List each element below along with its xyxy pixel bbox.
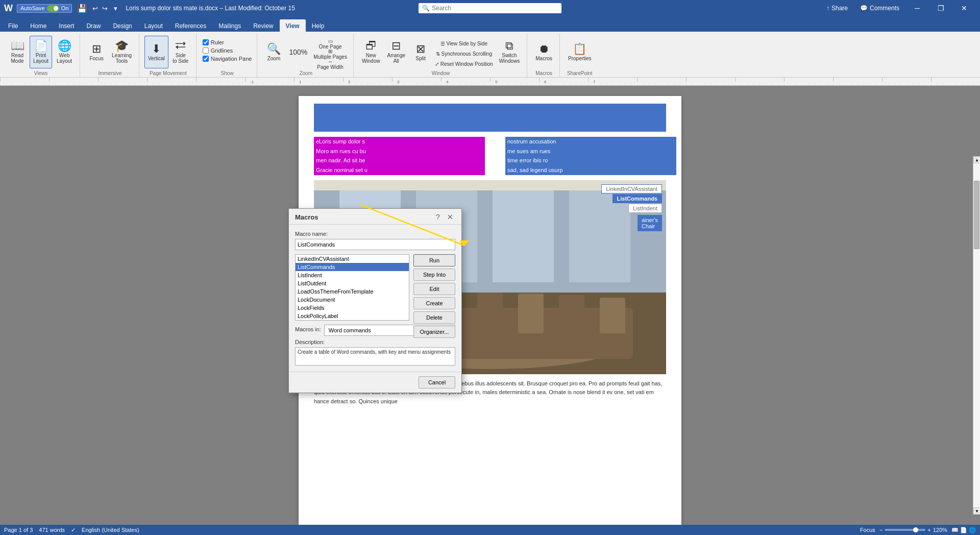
learning-tools-button[interactable]: 🎓 LearningTools (109, 36, 135, 68)
scroll-down-arrow[interactable]: ▼ (973, 507, 980, 515)
macro-name-label: Macro name: (295, 231, 455, 237)
list-item[interactable]: LockPolicyLabel (296, 312, 409, 320)
redo-icon[interactable]: ↪ (102, 5, 108, 12)
navigation-pane-checkbox[interactable]: Navigation Pane (202, 55, 253, 62)
switch-windows-button[interactable]: ⧉ SwitchWindows (496, 36, 523, 68)
step-into-button[interactable]: Step Into (413, 269, 455, 281)
words-status: 471 words (39, 527, 65, 533)
autosave-toggle[interactable] (47, 5, 59, 12)
search-input[interactable] (432, 5, 544, 12)
list-item[interactable]: ListIndent (296, 271, 409, 279)
synchronous-scrolling-button[interactable]: ⇅ Synchronous Scrolling (433, 49, 495, 58)
zoom-in-icon[interactable]: + (927, 527, 930, 533)
zoom-slider[interactable] (885, 529, 925, 531)
tab-mailings[interactable]: Mailings (212, 19, 247, 32)
macro-list[interactable]: LinkedInCVAssistant ListCommands ListInd… (295, 254, 409, 321)
autosave-state: On (61, 5, 69, 11)
tab-insert[interactable]: Insert (53, 19, 80, 32)
list-item-selected[interactable]: ListCommands (296, 263, 409, 271)
close-button[interactable]: ✕ (952, 0, 976, 16)
list-item[interactable]: LoadOssThemeFromTemplate (296, 287, 409, 296)
doc-right-line3: time error ibis ro (505, 156, 676, 165)
view-web-icon[interactable]: 🌐 (969, 527, 976, 533)
immersive-buttons: ⊞ Focus 🎓 LearningTools (85, 35, 135, 69)
tab-layout[interactable]: Layout (138, 19, 169, 32)
view-print-icon[interactable]: 📄 (960, 527, 967, 533)
vertical-scrollbar[interactable]: ▲ ▼ (973, 156, 980, 515)
macro-name-input[interactable] (295, 239, 455, 250)
dialog-titlebar: Macros ? ✕ (289, 209, 461, 225)
gridlines-check[interactable] (203, 47, 209, 54)
zoom-button[interactable]: 🔍 Zoom (262, 36, 285, 68)
organizer-button[interactable]: Organizer... (413, 326, 455, 338)
list-item[interactable]: ListOutdent (296, 279, 409, 287)
tab-view[interactable]: View (280, 19, 306, 32)
tab-draw[interactable]: Draw (80, 19, 107, 32)
tab-file[interactable]: File (2, 19, 24, 32)
read-mode-button[interactable]: 📖 ReadMode (6, 36, 29, 68)
properties-icon: 📋 (573, 43, 586, 55)
zoom-level[interactable]: 120% (933, 527, 947, 533)
ribbon-group-sharepoint: 📋 Properties SharePoint (561, 34, 599, 77)
minimize-button[interactable]: ─ (905, 0, 929, 16)
print-layout-button[interactable]: 📄 PrintLayout (30, 36, 52, 68)
scroll-thumb[interactable] (974, 181, 979, 250)
ruler-checkbox[interactable]: Ruler (202, 39, 253, 46)
autosave-label: AutoSave (20, 5, 45, 11)
one-page-button[interactable]: ▭ One Page (311, 39, 349, 48)
svg-rect-22 (559, 295, 584, 333)
list-item[interactable]: LinkedInCVAssistant (296, 255, 409, 263)
split-button[interactable]: ⊠ Split (409, 36, 432, 68)
tab-references[interactable]: References (169, 19, 212, 32)
cancel-button[interactable]: Cancel (419, 376, 455, 388)
run-button[interactable]: Run (413, 254, 455, 266)
share-button[interactable]: ↑ Share (820, 0, 854, 16)
new-window-button[interactable]: 🗗 NewWindow (359, 36, 383, 68)
view-side-by-side-button[interactable]: ☰ View Side by Side (433, 39, 495, 48)
tab-home[interactable]: Home (24, 19, 53, 32)
view-read-icon[interactable]: 📖 (951, 527, 959, 533)
zoom-out-icon[interactable]: − (879, 527, 883, 533)
doc-right-line4: sad, sad legend usurp (505, 165, 676, 175)
tab-review[interactable]: Review (247, 19, 279, 32)
properties-button[interactable]: 📋 Properties (565, 36, 595, 68)
restore-button[interactable]: ❐ (929, 0, 952, 16)
navigation-pane-check[interactable] (203, 56, 209, 62)
list-item[interactable]: LockFields (296, 304, 409, 312)
zoom-100-button[interactable]: 100% (286, 36, 310, 68)
gridlines-checkbox[interactable]: Gridlines (202, 47, 253, 54)
ruler-check[interactable] (203, 39, 209, 45)
list-item[interactable]: LowerTextBaseline (296, 320, 409, 321)
reset-window-position-button[interactable]: ⤢ Reset Window Position (433, 59, 495, 68)
arrange-all-button[interactable]: ⊟ ArrangeAll (384, 36, 408, 68)
ruler-marks: -1 1 2 3 4 5 6 7 (0, 78, 980, 85)
dialog-help-button[interactable]: ? (433, 213, 443, 221)
edit-button[interactable]: Edit (413, 283, 455, 295)
side-to-side-button[interactable]: ⮂ Sideto Side (169, 36, 192, 68)
window-options: ☰ View Side by Side ⇅ Synchronous Scroll… (433, 36, 495, 68)
comments-button[interactable]: 💬 Comments (854, 0, 905, 16)
list-item[interactable]: LockDocument (296, 296, 409, 304)
scroll-track[interactable] (973, 163, 980, 507)
tab-help[interactable]: Help (306, 19, 331, 32)
svg-rect-20 (477, 293, 503, 333)
page-width-button[interactable]: ↔ Page Width (311, 60, 349, 69)
tab-design[interactable]: Design (107, 19, 138, 32)
dialog-controls: ? ✕ (433, 213, 455, 221)
zoom-thumb[interactable] (913, 527, 918, 532)
save-icon[interactable]: 💾 (77, 4, 87, 13)
ribbon-tabs: File Home Insert Draw Design Layout Refe… (0, 16, 980, 32)
delete-button[interactable]: Delete (413, 311, 455, 324)
web-layout-button[interactable]: 🌐 WebLayout (53, 36, 76, 68)
focus-button[interactable]: ⊞ Focus (85, 36, 108, 68)
macros-button[interactable]: ⏺ Macros (532, 36, 555, 68)
dialog-close-button[interactable]: ✕ (445, 213, 455, 221)
multiple-pages-button[interactable]: ⊞ Multiple Pages (311, 50, 349, 59)
description-label: Description: (295, 339, 455, 345)
scroll-up-arrow[interactable]: ▲ (973, 156, 980, 163)
undo-icon[interactable]: ↩ (92, 5, 98, 12)
create-button[interactable]: Create (413, 297, 455, 309)
focus-status[interactable]: Focus (860, 527, 875, 533)
more-icon[interactable]: ▾ (114, 5, 117, 12)
vertical-button[interactable]: ⬇ Vertical (144, 36, 168, 68)
